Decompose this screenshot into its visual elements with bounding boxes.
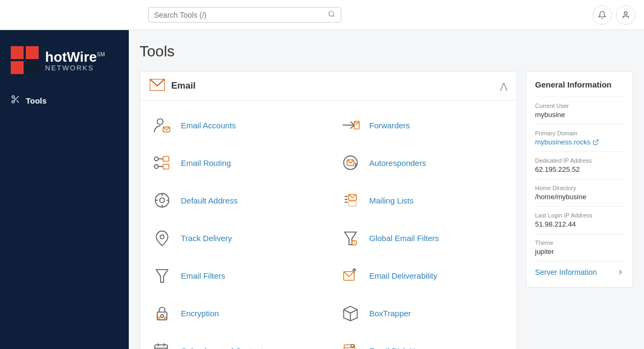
boxtrapper-icon (339, 302, 362, 324)
tool-boxtrapper[interactable]: BoxTrapper (328, 294, 517, 332)
tool-encryption[interactable]: Encryption (140, 294, 328, 332)
svg-rect-21 (163, 156, 169, 161)
tool-forwarders[interactable]: Forwarders (328, 106, 517, 144)
tool-mailing-lists[interactable]: Mailing Lists (328, 181, 517, 219)
general-info-box: General Information Current User mybusin… (526, 71, 633, 288)
sidebar-item-tools[interactable]: Tools (0, 88, 129, 113)
collapse-button[interactable]: ⋀ (500, 81, 507, 91)
home-dir-value: /home/mybusine (535, 193, 624, 201)
svg-point-8 (12, 100, 14, 103)
email-deliverability-label: Email Deliverability (369, 271, 437, 280)
theme-label: Theme (535, 239, 624, 246)
svg-point-0 (329, 11, 334, 16)
logo-icon (11, 46, 40, 75)
autoresponders-label: Autoresponders (369, 158, 426, 168)
tool-track-delivery[interactable]: Track Delivery (140, 219, 328, 257)
svg-rect-22 (163, 164, 169, 169)
default-address-label: Default Address (181, 196, 238, 205)
tool-email-filters[interactable]: Email Filters (140, 257, 328, 294)
theme-value: jupiter (535, 248, 624, 256)
search-input[interactable] (154, 11, 326, 19)
user-button[interactable] (616, 5, 635, 25)
tool-email-deliverability[interactable]: Email Deliverability (328, 257, 517, 294)
encryption-icon (151, 302, 173, 324)
email-routing-label: Email Routing (181, 158, 231, 168)
svg-line-10 (17, 100, 19, 103)
primary-domain-row: Primary Domain mybusiness.rocks (535, 124, 624, 151)
autoresponders-icon (339, 151, 362, 174)
email-panel: Email ⋀ (140, 71, 517, 349)
email-disk-usage-icon (339, 339, 362, 349)
svg-point-40 (354, 243, 354, 244)
svg-point-13 (157, 119, 163, 125)
primary-domain-value[interactable]: mybusiness.rocks (535, 138, 624, 146)
mailing-lists-label: Mailing Lists (369, 196, 414, 205)
svg-point-17 (155, 157, 158, 161)
email-accounts-label: Email Accounts (181, 121, 236, 130)
svg-rect-6 (26, 61, 39, 74)
dedicated-ip-value: 62.195.225.52 (535, 165, 624, 173)
mailing-lists-icon (339, 189, 362, 212)
email-routing-icon (151, 151, 173, 174)
current-user-row: Current User mybusine (535, 97, 624, 124)
forwarders-label: Forwarders (369, 121, 410, 130)
external-link-icon (592, 139, 599, 146)
svg-point-62 (351, 344, 354, 347)
email-panel-icon (150, 79, 165, 93)
svg-point-46 (158, 317, 160, 319)
server-info-label: Server Information (535, 268, 597, 277)
app-layout: hotWireSM NETWORKS Tools Tools (0, 0, 644, 349)
theme-row: Theme jupiter (535, 234, 624, 261)
page-title: Tools (140, 43, 633, 60)
panel-header-left: Email (150, 79, 195, 93)
tool-email-disk-usage[interactable]: Email Disk Usage (328, 332, 517, 349)
home-dir-label: Home Directory (535, 185, 624, 191)
tool-calendars-contacts[interactable]: @ Calendars and Contacts (140, 332, 328, 349)
email-accounts-icon (151, 114, 173, 136)
last-login-row: Last Login IP Address 51.98.212.44 (535, 206, 624, 234)
email-disk-usage-label: Email Disk Usage (369, 346, 433, 350)
tool-global-email-filters[interactable]: Global Email Filters (328, 219, 517, 257)
email-filters-icon (151, 264, 173, 287)
svg-point-36 (160, 235, 164, 239)
panel-header: Email ⋀ (140, 71, 517, 101)
info-sidebar: General Information Current User mybusin… (526, 71, 633, 349)
email-deliverability-icon (339, 264, 362, 287)
last-login-value: 51.98.212.44 (535, 220, 624, 228)
logo-text: hotWireSM NETWORKS (45, 50, 105, 72)
tool-default-address[interactable]: Default Address (140, 181, 328, 219)
search-container (148, 7, 341, 23)
scissors-icon (11, 94, 20, 106)
default-address-icon (151, 189, 173, 212)
tool-autoresponders[interactable]: Autoresponders (328, 144, 517, 181)
search-icon (328, 10, 335, 19)
boxtrapper-label: BoxTrapper (369, 309, 411, 318)
svg-marker-41 (156, 270, 168, 282)
svg-point-45 (160, 315, 163, 317)
svg-point-7 (12, 96, 14, 98)
tool-email-routing[interactable]: Email Routing (140, 144, 328, 181)
svg-line-11 (14, 98, 16, 99)
svg-point-18 (155, 165, 158, 169)
track-delivery-label: Track Delivery (181, 234, 232, 243)
global-email-filters-icon (339, 227, 362, 249)
tool-email-accounts[interactable]: Email Accounts (140, 106, 328, 144)
svg-rect-5 (11, 61, 24, 74)
dedicated-ip-label: Dedicated IP Address (535, 157, 624, 164)
svg-line-1 (333, 16, 335, 17)
logo-networks: NETWORKS (45, 64, 105, 72)
last-login-label: Last Login IP Address (535, 212, 624, 219)
main-content: Tools Email ⋀ (129, 30, 644, 349)
svg-line-63 (595, 140, 598, 143)
topbar-actions (592, 5, 635, 25)
dedicated-ip-row: Dedicated IP Address 62.195.225.52 (535, 151, 624, 179)
calendars-contacts-icon: @ (151, 339, 173, 349)
logo-brand: hotWireSM (45, 50, 105, 64)
current-user-label: Current User (535, 103, 624, 109)
notifications-button[interactable] (592, 5, 612, 25)
content-area: Email ⋀ (140, 71, 633, 349)
global-email-filters-label: Global Email Filters (369, 234, 439, 243)
panel-body: Email Accounts Forwarders (140, 101, 517, 349)
svg-point-47 (164, 317, 166, 319)
server-info-link[interactable]: Server Information (535, 261, 624, 279)
